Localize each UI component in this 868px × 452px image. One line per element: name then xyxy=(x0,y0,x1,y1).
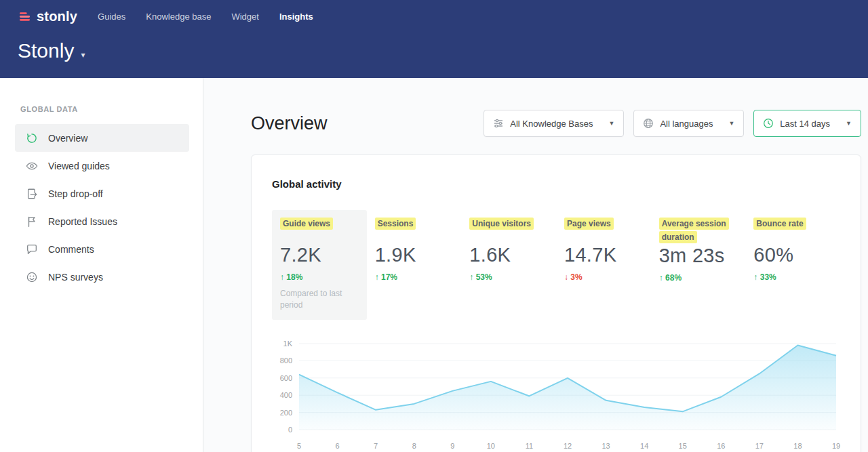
metric-label: Bounce rate xyxy=(753,218,806,230)
global-activity-card: Global activity Guide views 7.2K ↑ 18% C… xyxy=(251,155,861,452)
sidebar-item-label: Overview xyxy=(48,133,87,144)
sidebar-item-label: NPS surveys xyxy=(48,272,103,283)
chevron-down-icon: ▾ xyxy=(81,50,85,60)
metric-label: Unique visitors xyxy=(469,218,534,230)
svg-text:11: 11 xyxy=(526,442,533,450)
metric-change: ↑ 33% xyxy=(753,272,832,282)
svg-text:200: 200 xyxy=(280,408,292,416)
filter-label: All languages xyxy=(660,119,713,129)
stonly-logo[interactable]: stonly xyxy=(18,9,77,24)
svg-text:15: 15 xyxy=(679,442,687,450)
smiley-icon xyxy=(26,271,38,283)
metric-label: Guide views xyxy=(280,218,333,230)
workspace-switcher[interactable]: Stonly ▾ xyxy=(0,28,85,62)
date-range-filter-dropdown[interactable]: Last 14 days ▼ xyxy=(753,110,861,137)
sidebar-item-label: Step drop-off xyxy=(48,188,103,199)
overview-icon xyxy=(26,132,38,144)
svg-text:400: 400 xyxy=(280,391,292,399)
sidebar-item-viewed-guides[interactable]: Viewed guides xyxy=(15,152,189,180)
svg-text:19: 19 xyxy=(832,442,840,450)
metric-change-value: 33% xyxy=(760,272,776,282)
globe-icon xyxy=(643,118,654,129)
flag-icon xyxy=(26,215,38,228)
metric-sessions[interactable]: Sessions 1.9K ↑ 17% xyxy=(367,210,462,320)
sidebar-item-nps-surveys[interactable]: NPS surveys xyxy=(15,263,189,291)
sidebar-item-comments[interactable]: Comments xyxy=(15,235,189,263)
metric-change-value: 3% xyxy=(570,272,582,282)
main-content: Overview All Knowledge Bases ▼ All langu… xyxy=(203,78,868,452)
svg-text:0: 0 xyxy=(288,426,292,434)
stonly-logo-icon xyxy=(18,9,32,24)
svg-text:17: 17 xyxy=(755,442,764,450)
metric-average-session-duration[interactable]: Average session duration 3m 23s ↑ 68% xyxy=(651,210,746,320)
nav-item-insights[interactable]: Insights xyxy=(279,12,313,22)
sidebar-item-overview[interactable]: Overview xyxy=(15,124,189,152)
metric-label: Page views xyxy=(564,218,614,230)
clock-icon xyxy=(763,118,774,129)
sidebar-item-label: Reported Issues xyxy=(48,216,117,227)
chevron-down-icon: ▼ xyxy=(846,120,852,127)
filter-bar: All Knowledge Bases ▼ All languages ▼ La… xyxy=(484,110,861,137)
nav-item-knowledge-base[interactable]: Knowledge base xyxy=(146,12,211,22)
sidebar-item-reported-issues[interactable]: Reported Issues xyxy=(15,207,189,235)
activity-chart-svg: 02004006008001K5678910111213141516171819 xyxy=(272,335,842,452)
svg-text:14: 14 xyxy=(640,442,648,450)
metric-unique-visitors[interactable]: Unique visitors 1.6K ↑ 53% xyxy=(461,210,556,320)
metric-page-views[interactable]: Page views 14.7K ↓ 3% xyxy=(556,210,651,320)
step-dropoff-icon xyxy=(26,188,38,200)
trend-arrow-icon: ↑ xyxy=(753,272,757,282)
trend-arrow-icon: ↓ xyxy=(564,272,568,282)
svg-text:7: 7 xyxy=(374,442,378,450)
metric-change: ↑ 17% xyxy=(375,272,454,282)
metric-change: ↑ 53% xyxy=(469,272,548,282)
filter-label: All Knowledge Bases xyxy=(510,119,593,129)
chevron-down-icon: ▼ xyxy=(608,120,614,127)
metrics-row: Guide views 7.2K ↑ 18% Compared to last … xyxy=(272,210,840,320)
metric-bounce-rate[interactable]: Bounce rate 60% ↑ 33% xyxy=(745,210,840,320)
metric-note: Compared to last period xyxy=(280,288,348,312)
metric-change-value: 68% xyxy=(665,273,682,283)
chevron-down-icon: ▼ xyxy=(728,120,734,127)
metric-change: ↓ 3% xyxy=(564,272,643,282)
logo-text: stonly xyxy=(37,9,77,24)
card-title: Global activity xyxy=(272,178,840,190)
metric-guide-views[interactable]: Guide views 7.2K ↑ 18% Compared to last … xyxy=(272,210,367,320)
eye-icon xyxy=(26,160,38,172)
trend-arrow-icon: ↑ xyxy=(469,272,473,282)
trend-arrow-icon: ↑ xyxy=(375,272,379,282)
sidebar-item-label: Viewed guides xyxy=(48,161,110,171)
nav-item-widget[interactable]: Widget xyxy=(231,12,258,22)
activity-area-chart: 02004006008001K5678910111213141516171819 xyxy=(272,335,840,452)
svg-text:13: 13 xyxy=(601,442,610,450)
metric-label: Average session duration xyxy=(659,218,729,243)
metric-change: ↑ 18% xyxy=(280,272,359,282)
metric-change-value: 17% xyxy=(381,272,397,282)
svg-text:10: 10 xyxy=(487,442,495,450)
metric-change: ↑ 68% xyxy=(659,273,738,283)
metric-value: 1.6K xyxy=(469,244,548,266)
top-nav-menu: Guides Knowledge base Widget Insights xyxy=(98,12,313,22)
sidebar-item-label: Comments xyxy=(48,244,94,255)
sidebar-item-step-drop-off[interactable]: Step drop-off xyxy=(15,180,189,207)
nav-item-guides[interactable]: Guides xyxy=(98,12,125,22)
svg-text:8: 8 xyxy=(412,442,416,450)
metric-change-value: 53% xyxy=(476,272,492,282)
sidebar-section-label: GLOBAL DATA xyxy=(20,105,189,113)
knowledge-bases-filter-dropdown[interactable]: All Knowledge Bases ▼ xyxy=(484,110,624,137)
page-title: Overview xyxy=(251,113,328,134)
svg-text:12: 12 xyxy=(564,442,572,450)
metric-label: Sessions xyxy=(375,218,416,230)
languages-filter-dropdown[interactable]: All languages ▼ xyxy=(633,110,744,137)
trend-arrow-icon: ↑ xyxy=(659,273,663,283)
top-navbar: stonly Guides Knowledge base Widget Insi… xyxy=(0,0,868,78)
comment-icon xyxy=(26,243,38,255)
svg-text:9: 9 xyxy=(450,442,454,450)
svg-text:18: 18 xyxy=(793,442,802,450)
metric-value: 7.2K xyxy=(280,244,359,266)
filter-label: Last 14 days xyxy=(780,119,830,129)
sidebar: GLOBAL DATA Overview Viewed guides Step … xyxy=(0,78,203,452)
metric-value: 60% xyxy=(753,244,832,266)
svg-text:6: 6 xyxy=(336,442,340,450)
metric-value: 3m 23s xyxy=(659,245,738,267)
svg-text:16: 16 xyxy=(717,442,725,450)
